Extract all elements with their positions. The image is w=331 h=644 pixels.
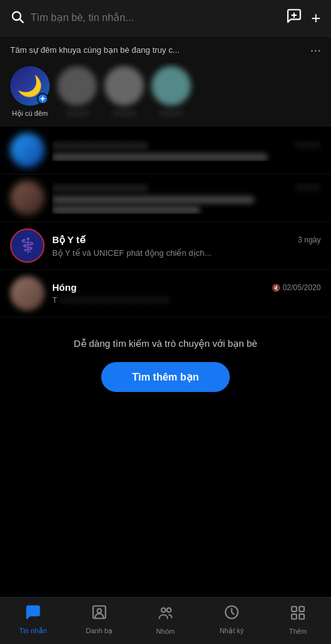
story-avatar-wrap-2 [57, 66, 97, 106]
chat-content-hona: Hóng 🔇 02/05/2020 T XXXXXXXXXXXXXXXXXXXX [52, 282, 321, 305]
chat-name-bo-y-te: Bộ Y tế [52, 234, 85, 246]
nav-icon-them [290, 605, 306, 625]
chat-avatar-hona [10, 276, 45, 311]
svg-rect-9 [292, 606, 297, 612]
chat-content-1: XXXXXXXXXXXXXXX XXXXX [52, 140, 321, 161]
chat-avatar-bo-y-te: ⚕️ [10, 228, 45, 263]
chat-name-1: XXXXXXXXXXXXXXX [52, 140, 148, 151]
section-banner: Tâm sự đêm khuya cùng bạn bè đang truy c… [0, 36, 331, 62]
nav-label-nhom: Nhóm [156, 627, 174, 635]
chat-name-2: XXXXXXXXXXXXXXX [52, 183, 148, 193]
chat-avatar-1 [10, 133, 45, 167]
section-banner-more-icon[interactable]: ··· [310, 43, 321, 57]
story-item-4[interactable]: XXXXX [151, 66, 191, 118]
find-friends-section: Dễ dàng tìm kiếm và trò chuyện với bạn b… [0, 318, 331, 407]
svg-rect-11 [292, 614, 297, 619]
chat-time-bo-y-te: 3 ngày [298, 235, 321, 244]
story-avatar-blurred-4 [151, 66, 191, 106]
svg-point-5 [97, 609, 102, 613]
story-label-2: XXXXX [66, 109, 89, 117]
chat-top-bo-y-te: Bộ Y tế 3 ngày [52, 234, 321, 246]
search-icon[interactable] [10, 10, 24, 27]
find-friends-description: Dễ dàng tìm kiếm và trò chuyện với bạn b… [74, 338, 257, 349]
nav-item-nhom[interactable]: Nhóm [132, 605, 199, 635]
story-label-4: XXXXX [160, 109, 183, 117]
chat-time-hona: 🔇 02/05/2020 [272, 283, 321, 292]
chat-preview-2 [52, 196, 254, 204]
chat-content-2: XXXXXXXXXXXXXXX XXXXX [52, 183, 321, 214]
nav-label-danh-ba: Danh bạ [86, 627, 113, 635]
story-item-hoi-cu-dem[interactable]: 🌙 + Hội cú đêm [10, 66, 50, 118]
story-avatar-wrap-3 [104, 66, 144, 106]
nav-item-danh-ba[interactable]: Danh bạ [66, 604, 132, 635]
svg-point-7 [167, 608, 171, 612]
chat-avatar-2 [10, 181, 45, 215]
muted-icon: 🔇 [272, 284, 281, 291]
chat-top-2: XXXXXXXXXXXXXXX XXXXX [52, 183, 321, 193]
nav-icon-nhom [157, 605, 174, 625]
nav-item-them[interactable]: Thêm [265, 605, 331, 635]
svg-point-6 [162, 608, 166, 612]
chat-item-hona[interactable]: Hóng 🔇 02/05/2020 T XXXXXXXXXXXXXXXXXXXX [0, 270, 331, 318]
chat-time-1: XXXXX [295, 141, 321, 150]
nav-icon-danh-ba [91, 604, 108, 624]
add-icon[interactable]: + [311, 8, 321, 28]
nav-icon-nhat-ky [223, 604, 240, 624]
svg-rect-12 [299, 614, 304, 619]
chat-list: XXXXXXXXXXXXXXX XXXXX XXXXXXXXXXXXXXX XX… [0, 127, 331, 318]
find-friends-button[interactable]: Tìm thêm bạn [101, 362, 229, 392]
bottom-nav: Tin nhắn Danh bạ Nhóm [0, 597, 331, 644]
story-row: 🌙 + Hội cú đêm XXXXX XXXXX XXXXX [0, 62, 331, 127]
story-item-2[interactable]: XXXXX [57, 66, 97, 118]
chat-time-2: XXXXX [295, 183, 321, 192]
chat-item-bo-y-te[interactable]: ⚕️ Bộ Y tế 3 ngày Bộ Y tế và UNICEF phát… [0, 222, 331, 270]
story-avatar-wrap-4 [151, 66, 191, 106]
story-item-3[interactable]: XXXXX [104, 66, 144, 118]
chat-top-hona: Hóng 🔇 02/05/2020 [52, 282, 321, 293]
new-message-icon[interactable] [286, 8, 302, 28]
chat-preview-bo-y-te: Bộ Y tế và UNICEF phát động chiến dịch..… [52, 248, 321, 258]
search-input[interactable] [31, 12, 279, 24]
svg-point-0 [13, 11, 21, 20]
chat-name-hona: Hóng [52, 282, 76, 293]
story-avatar-blurred-3 [104, 66, 144, 106]
header-actions: + [286, 8, 321, 28]
nav-label-tin-nhan: Tin nhắn [19, 627, 46, 635]
header: + [0, 0, 331, 36]
chat-preview-hona: T XXXXXXXXXXXXXXXXXXXX [52, 295, 321, 305]
story-avatar-blurred-2 [57, 66, 97, 106]
nav-item-tin-nhan[interactable]: Tin nhắn [0, 604, 66, 635]
nav-label-nhat-ky: Nhật ký [220, 627, 244, 635]
nav-label-them: Thêm [289, 627, 307, 635]
story-avatar-wrap: 🌙 + [10, 66, 50, 106]
chat-preview-2b [52, 206, 200, 214]
nav-icon-tin-nhan [25, 604, 41, 624]
chat-item-blurred-1[interactable]: XXXXXXXXXXXXXXX XXXXX [0, 127, 331, 174]
story-label-hoi-cu-dem: Hội cú đêm [12, 109, 48, 118]
add-badge: + [37, 93, 48, 104]
svg-line-1 [20, 19, 24, 22]
section-banner-title: Tâm sự đêm khuya cùng bạn bè đang truy c… [10, 45, 310, 55]
byt-icon: ⚕️ [19, 237, 36, 254]
svg-rect-10 [299, 606, 304, 612]
story-label-3: XXXXX [113, 109, 136, 117]
chat-preview-1 [52, 153, 267, 161]
nav-item-nhat-ky[interactable]: Nhật ký [199, 604, 265, 635]
chat-top-1: XXXXXXXXXXXXXXX XXXXX [52, 140, 321, 151]
chat-item-blurred-2[interactable]: XXXXXXXXXXXXXXX XXXXX [0, 174, 331, 222]
chat-content-bo-y-te: Bộ Y tế 3 ngày Bộ Y tế và UNICEF phát độ… [52, 234, 321, 258]
